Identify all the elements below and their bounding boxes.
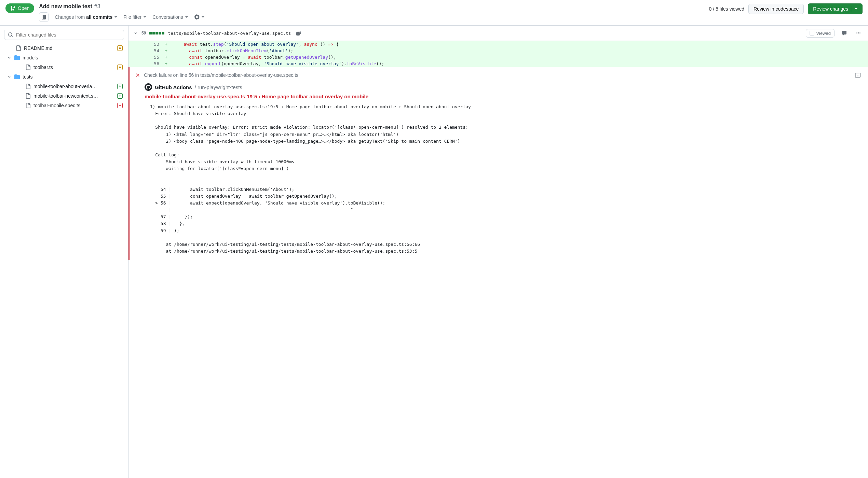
code-content: const openedOverlay = await toolbar.getO… <box>169 54 868 60</box>
tree-folder[interactable]: models <box>4 53 124 62</box>
tree-file[interactable]: toolbar.ts <box>4 62 124 72</box>
diff-line[interactable]: 54+ await toolbar.clickOnMenuItem('About… <box>128 47 868 54</box>
tree-file[interactable]: mobile-toolbar-about-overla… <box>4 82 124 91</box>
pr-state-text: Open <box>18 5 29 11</box>
code-content: await expect(openedOverlay, 'Should have… <box>169 60 868 67</box>
tree-item-label: mobile-toolbar-newcontext.s… <box>33 93 114 99</box>
addition-marker: + <box>163 60 169 67</box>
review-in-codespace-button[interactable]: Review in codespace <box>748 4 804 14</box>
check-context: / run-playwright-tests <box>195 84 242 90</box>
gear-icon <box>194 14 200 20</box>
diff-content: 59 tests/mobile-toolbar-about-overlay-us… <box>128 26 868 478</box>
tree-folder[interactable]: tests <box>4 72 124 82</box>
viewed-toggle[interactable]: Viewed <box>806 29 835 38</box>
search-icon <box>8 32 13 38</box>
git-pull-request-icon <box>10 5 16 11</box>
tree-item-label: models <box>23 55 123 60</box>
caret-down-icon <box>185 16 188 18</box>
kebab-icon <box>856 30 861 36</box>
tree-item-label: toolbar.ts <box>33 65 114 70</box>
sidebar-toggle-button[interactable] <box>39 12 49 22</box>
diff-line[interactable]: 56+ await expect(openedOverlay, 'Should … <box>128 60 868 67</box>
comment-button[interactable] <box>839 28 849 38</box>
copy-path-button[interactable] <box>294 28 304 38</box>
check-app-name[interactable]: GitHub Actions <box>155 84 192 90</box>
tree-item-label: README.md <box>24 45 114 51</box>
caret-down-icon <box>855 8 857 10</box>
pr-state-badge: Open <box>5 3 34 13</box>
file-filter-dropdown[interactable]: File filter <box>123 14 146 20</box>
status-added-icon <box>117 84 123 89</box>
tree-item-label: toolbar-mobile.spec.ts <box>33 103 114 108</box>
diff-stat-blocks <box>149 32 164 34</box>
x-circle-icon <box>135 72 140 78</box>
status-removed-icon <box>117 103 123 108</box>
review-changes-button[interactable]: Review changes <box>808 3 863 14</box>
file-tree-sidebar: README.mdmodelstoolbar.tstestsmobile-too… <box>0 26 128 478</box>
tree-item-label: tests <box>23 74 123 80</box>
file-header: 59 tests/mobile-toolbar-about-overlay-us… <box>128 26 868 41</box>
addition-marker: + <box>163 54 169 60</box>
diff-code-table: 53+ await test.step('Should open about o… <box>128 41 868 67</box>
file-menu-button[interactable] <box>854 28 863 38</box>
filter-files-input-wrapper[interactable] <box>4 30 124 40</box>
chevron-down-icon[interactable] <box>133 31 138 36</box>
diff-additions-count: 59 <box>141 31 146 36</box>
status-modified-icon <box>117 45 123 51</box>
files-viewed-counter: 0 / 5 files viewed <box>709 6 744 12</box>
conversations-dropdown[interactable]: Conversations <box>152 14 188 20</box>
pr-number: #3 <box>94 3 100 10</box>
check-annotation: Check failure on line 56 in tests/mobile… <box>128 67 868 260</box>
filter-files-input[interactable] <box>16 32 120 38</box>
file-path[interactable]: tests/mobile-toolbar-about-overlay-use.s… <box>168 31 291 36</box>
line-number: 55 <box>146 54 163 60</box>
caret-down-icon <box>144 16 146 18</box>
failure-title: mobile-toolbar-about-overlay-use.spec.ts… <box>145 94 863 99</box>
code-content: await toolbar.clickOnMenuItem('About'); <box>169 47 868 54</box>
tree-file[interactable]: README.md <box>4 43 124 53</box>
checkbox-icon <box>810 31 814 36</box>
diff-settings-dropdown[interactable] <box>194 14 204 20</box>
diff-line[interactable]: 53+ await test.step('Should open about o… <box>128 41 868 47</box>
annotation-summary: Check failure on line 56 in tests/mobile… <box>144 72 298 78</box>
line-number: 54 <box>146 47 163 54</box>
tree-file[interactable]: mobile-toolbar-newcontext.s… <box>4 91 124 101</box>
line-number: 56 <box>146 60 163 67</box>
pr-title: Add new mobile test #3 <box>39 3 204 10</box>
diff-line[interactable]: 55+ const openedOverlay = await toolbar.… <box>128 54 868 60</box>
code-content: await test.step('Should open about overl… <box>169 41 868 47</box>
caret-down-icon <box>114 16 117 18</box>
addition-marker: + <box>163 47 169 54</box>
annotation-collapse-button[interactable] <box>853 70 863 80</box>
tree-file[interactable]: toolbar-mobile.spec.ts <box>4 101 124 110</box>
changes-from-dropdown[interactable]: Changes from all commits <box>55 14 117 20</box>
tree-item-label: mobile-toolbar-about-overla… <box>33 84 114 89</box>
caret-down-icon <box>202 16 204 18</box>
github-actions-avatar <box>145 83 152 91</box>
status-modified-icon <box>117 65 123 70</box>
failure-log: 1) mobile-toolbar-about-overlay-use.spec… <box>145 103 863 255</box>
page-header: Open Add new mobile test #3 Changes from… <box>0 0 868 26</box>
addition-marker: + <box>163 41 169 47</box>
status-added-icon <box>117 93 123 99</box>
line-number: 53 <box>146 41 163 47</box>
